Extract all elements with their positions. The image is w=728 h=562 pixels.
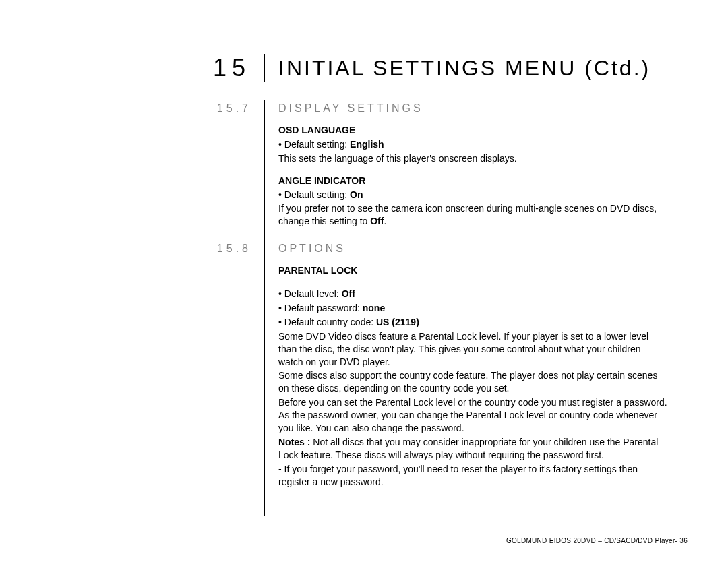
para-osd-desc: This sets the language of this player's … [278,152,667,165]
bullet-text: • Default country code: [278,317,376,327]
left-margin-column [40,100,264,516]
section-number: 15.8 [55,243,265,255]
bullet-pl-level: • Default level: Off [278,288,667,301]
chapter-number: 15 [40,54,264,82]
bullet-text: • Default setting: [278,139,350,150]
bullet-angle-default: • Default setting: On [278,189,667,201]
para-pl-notes: Notes : Not all discs that you may consi… [278,436,667,462]
bullet-text: • Default level: [278,288,342,299]
bullet-value: US (2119) [376,317,419,327]
text-fragment: If you prefer not to see the camera icon… [278,203,657,226]
para-pl-5: - If you forget your password, you'll ne… [278,463,667,489]
bullet-pl-password: • Default password: none [278,302,667,315]
text-fragment: . [384,216,386,226]
section-content-display-settings: OSD LANGUAGE • Default setting: English … [278,124,688,228]
para-pl-1: Some DVD Video discs feature a Parental … [278,330,667,369]
section-header-display-settings: 15.7 DISPLAY SETTINGS [55,102,688,115]
para-angle-desc: If you prefer not to see the camera icon… [278,202,667,228]
para-pl-3: Before you can set the Parental Lock lev… [278,396,667,435]
subhead-parental-lock: PARENTAL LOCK [278,264,667,277]
manual-page: 15 INITIAL SETTINGS MENU (Ctd.) 15.7 DIS… [0,0,728,562]
section-title: OPTIONS [265,243,346,255]
body-columns: 15.7 DISPLAY SETTINGS OSD LANGUAGE • Def… [40,100,688,516]
para-pl-2: Some discs also support the country code… [278,369,667,395]
section-header-options: 15.8 OPTIONS [55,243,688,255]
bullet-value: Off [342,288,355,299]
section-number: 15.7 [55,102,265,115]
content-column: 15.7 DISPLAY SETTINGS OSD LANGUAGE • Def… [264,100,688,516]
page-footer: GOLDMUND EIDOS 20DVD – CD/SACD/DVD Playe… [506,537,688,544]
bullet-text: • Default password: [278,303,363,313]
chapter-title: INITIAL SETTINGS MENU (Ctd.) [264,54,650,82]
text-bold: Off [370,216,384,226]
notes-body: Not all discs that you may consider inap… [278,437,658,460]
bullet-text: • Default setting: [278,189,350,200]
section-content-options: PARENTAL LOCK • Default level: Off • Def… [278,264,688,488]
section-title: DISPLAY SETTINGS [265,102,423,115]
bullet-value: none [363,303,385,313]
subhead-angle-indicator: ANGLE INDICATOR [278,175,667,187]
chapter-header: 15 INITIAL SETTINGS MENU (Ctd.) [40,54,688,82]
subhead-osd-language: OSD LANGUAGE [278,124,667,137]
bullet-osd-default: • Default setting: English [278,138,667,151]
bullet-value: On [350,189,363,200]
notes-label: Notes : [278,437,310,447]
bullet-value: English [350,139,384,150]
bullet-pl-country: • Default country code: US (2119) [278,316,667,329]
